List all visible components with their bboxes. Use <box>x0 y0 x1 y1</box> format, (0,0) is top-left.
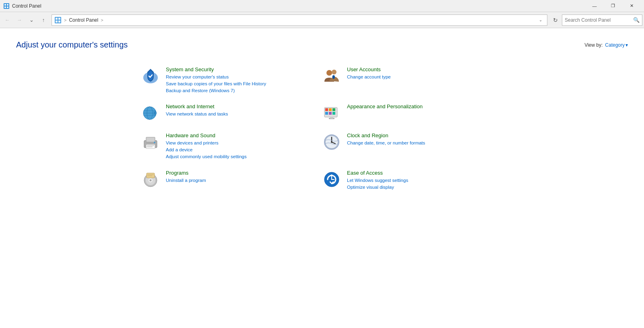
network-internet-title[interactable]: Network and Internet <box>166 103 314 109</box>
appearance-icon <box>322 103 341 123</box>
appearance-content: Appearance and Personalization <box>347 103 495 111</box>
svg-rect-31 <box>147 146 153 147</box>
programs-title[interactable]: Programs <box>166 170 314 176</box>
main-content: Adjust your computer's settings View by:… <box>0 28 644 207</box>
svg-point-12 <box>332 70 336 74</box>
svg-rect-3 <box>4 6 6 8</box>
ease-access-icon <box>322 170 341 189</box>
clock-region-content: Clock and Region Change date, time, or n… <box>347 132 495 146</box>
system-security-link-3[interactable]: Backup and Restore (Windows 7) <box>166 87 314 94</box>
programs-link-1[interactable]: Uninstall a program <box>166 177 314 184</box>
user-accounts-link-1[interactable]: Change account type <box>347 74 495 80</box>
hardware-sound-link-3[interactable]: Adjust commonly used mobility settings <box>166 153 314 160</box>
maximize-button[interactable]: ❐ <box>604 0 622 12</box>
category-hardware-sound: Hardware and Sound View devices and prin… <box>141 128 322 165</box>
svg-rect-8 <box>56 21 58 23</box>
nav-bar: ← → ⌄ ↑ > Control Panel > ⌄ ↻ 🔍 <box>0 12 644 28</box>
forward-button[interactable]: → <box>14 14 25 26</box>
svg-point-32 <box>154 142 155 143</box>
close-button[interactable]: ✕ <box>622 0 641 12</box>
window-icon <box>3 3 10 9</box>
svg-rect-26 <box>330 117 333 119</box>
page-title: Adjust your computer's settings <box>16 40 128 50</box>
svg-rect-42 <box>147 173 155 178</box>
address-separator: > <box>64 18 66 23</box>
back-button[interactable]: ← <box>2 14 13 26</box>
svg-rect-30 <box>147 145 154 146</box>
user-accounts-content: User Accounts Change account type <box>347 66 495 80</box>
svg-rect-6 <box>56 18 58 20</box>
system-security-icon <box>141 66 160 86</box>
clock-region-link-1[interactable]: Change date, time, or number formats <box>347 140 495 146</box>
system-security-title[interactable]: System and Security <box>166 66 314 72</box>
svg-rect-19 <box>325 108 328 111</box>
category-clock-region: Clock and Region Change date, time, or n… <box>322 128 503 165</box>
title-bar: Control Panel — ❐ ✕ <box>0 0 644 12</box>
page-header: Adjust your computer's settings View by:… <box>16 40 628 50</box>
search-bar[interactable]: 🔍 <box>562 14 642 26</box>
minimize-button[interactable]: — <box>585 0 604 12</box>
category-appearance: Appearance and Personalization <box>322 99 503 128</box>
address-bar[interactable]: > Control Panel > ⌄ <box>52 14 547 26</box>
search-input[interactable] <box>562 15 631 25</box>
categories-grid: System and Security Review your computer… <box>141 62 503 195</box>
svg-rect-24 <box>332 112 335 115</box>
up-button[interactable]: ↑ <box>38 14 49 26</box>
refresh-icon: ↻ <box>553 17 558 23</box>
recent-button[interactable]: ⌄ <box>26 14 37 26</box>
address-text: Control Panel <box>69 17 98 23</box>
address-separator-2: > <box>101 18 103 23</box>
forward-icon: → <box>17 17 22 23</box>
system-security-content: System and Security Review your computer… <box>166 66 314 94</box>
title-bar-controls: — ❐ ✕ <box>585 0 641 12</box>
clock-region-icon <box>322 132 341 152</box>
appearance-title[interactable]: Appearance and Personalization <box>347 103 495 109</box>
svg-rect-1 <box>4 4 6 6</box>
network-internet-content: Network and Internet View network status… <box>166 103 314 117</box>
view-by: View by: Category ▾ <box>584 42 628 48</box>
hardware-sound-icon <box>141 132 160 152</box>
svg-rect-23 <box>329 112 332 115</box>
back-icon: ← <box>5 17 10 23</box>
dropdown-arrow-icon: ⌄ <box>29 17 34 23</box>
clock-region-title[interactable]: Clock and Region <box>347 132 495 138</box>
network-internet-link-1[interactable]: View network status and tasks <box>166 111 314 117</box>
category-network-internet: Network and Internet View network status… <box>141 99 322 128</box>
svg-rect-2 <box>7 4 8 6</box>
hardware-sound-link-2[interactable]: Add a device <box>166 146 314 153</box>
title-bar-left: Control Panel <box>3 3 41 9</box>
view-by-dropdown[interactable]: Category ▾ <box>605 42 628 48</box>
hardware-sound-title[interactable]: Hardware and Sound <box>166 132 314 138</box>
category-user-accounts: User Accounts Change account type <box>322 62 503 99</box>
user-accounts-title[interactable]: User Accounts <box>347 66 495 72</box>
hardware-sound-link-1[interactable]: View devices and printers <box>166 140 314 146</box>
up-icon: ↑ <box>42 17 45 23</box>
category-ease-access: Ease of Access Let Windows suggest setti… <box>322 165 503 195</box>
view-by-value-text: Category <box>605 42 625 48</box>
hardware-sound-content: Hardware and Sound View devices and prin… <box>166 132 314 160</box>
svg-point-41 <box>150 179 152 181</box>
system-security-link-2[interactable]: Save backup copies of your files with Fi… <box>166 80 314 87</box>
category-programs: Programs Uninstall a program <box>141 165 322 195</box>
address-bar-icon <box>54 17 62 24</box>
ease-access-link-1[interactable]: Let Windows suggest settings <box>347 177 495 184</box>
svg-rect-22 <box>325 112 328 115</box>
search-button[interactable]: 🔍 <box>631 15 642 25</box>
programs-content: Programs Uninstall a program <box>166 170 314 184</box>
search-icon: 🔍 <box>633 17 640 23</box>
ease-access-title[interactable]: Ease of Access <box>347 170 495 176</box>
svg-rect-28 <box>146 137 155 142</box>
svg-rect-9 <box>58 21 60 23</box>
view-by-label: View by: <box>584 42 603 48</box>
ease-access-link-2[interactable]: Optimize visual display <box>347 184 495 190</box>
programs-icon <box>141 170 160 189</box>
address-dropdown-button[interactable]: ⌄ <box>537 16 545 24</box>
svg-point-11 <box>326 70 332 76</box>
window-title: Control Panel <box>12 3 41 9</box>
system-security-link-1[interactable]: Review your computer's status <box>166 74 314 80</box>
network-internet-icon <box>141 103 160 123</box>
ease-access-content: Ease of Access Let Windows suggest setti… <box>347 170 495 190</box>
refresh-button[interactable]: ↻ <box>550 14 561 26</box>
view-by-chevron-icon: ▾ <box>625 42 628 48</box>
svg-rect-21 <box>332 108 335 111</box>
